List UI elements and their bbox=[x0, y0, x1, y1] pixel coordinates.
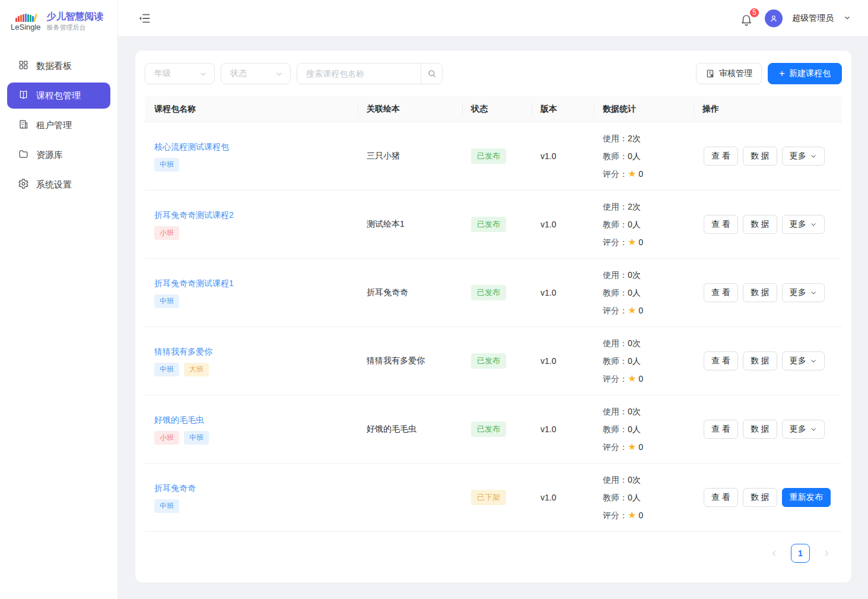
more-button[interactable]: 更多 bbox=[782, 283, 825, 302]
chevron-down-icon bbox=[810, 221, 817, 228]
course-package-card: 年级 状态 审核管理 + 新建课程包 bbox=[135, 50, 851, 582]
course-name-link[interactable]: 折耳兔奇奇测试课程1 bbox=[154, 278, 234, 289]
chevron-down-icon[interactable] bbox=[843, 12, 851, 24]
view-button[interactable]: 查 看 bbox=[704, 488, 738, 507]
stats: 使用：0次 教师：0人 评分：★0 bbox=[594, 266, 694, 319]
usage-value: 2次 bbox=[628, 134, 641, 143]
building-icon bbox=[18, 119, 29, 132]
data-button[interactable]: 数 据 bbox=[743, 488, 777, 507]
grade-tag: 中班 bbox=[154, 158, 179, 172]
pagination: 1 bbox=[145, 532, 842, 563]
course-name-link[interactable]: 好饿的毛毛虫 bbox=[154, 415, 204, 426]
sidebar-item-dashboard[interactable]: 数据看板 bbox=[7, 53, 110, 79]
more-button[interactable]: 更多 bbox=[782, 420, 825, 439]
search-box bbox=[297, 63, 443, 84]
version: v1.0 bbox=[532, 220, 594, 229]
topbar: 5 超级管理员 bbox=[118, 0, 868, 37]
data-button[interactable]: 数 据 bbox=[743, 351, 777, 370]
open-book-icon bbox=[18, 89, 29, 102]
republish-button[interactable]: 重新发布 bbox=[782, 488, 831, 507]
data-button[interactable]: 数 据 bbox=[743, 215, 777, 234]
avatar[interactable] bbox=[765, 9, 783, 27]
course-name-link[interactable]: 折耳兔奇奇测试课程2 bbox=[154, 210, 234, 221]
sidebar: LeSingle 少儿智慧阅读 服务管理后台 数据看板 课程包管理 租户管理 资… bbox=[0, 0, 118, 599]
notification-bell-icon[interactable]: 5 bbox=[740, 11, 755, 26]
rating-value: 0 bbox=[638, 374, 643, 384]
prev-page-icon[interactable] bbox=[766, 545, 783, 562]
status-badge: 已发布 bbox=[471, 148, 506, 164]
page-number-1[interactable]: 1 bbox=[791, 544, 810, 563]
review-manage-button[interactable]: 审核管理 bbox=[696, 63, 762, 84]
status-badge: 已发布 bbox=[471, 217, 506, 232]
course-name-link[interactable]: 核心流程测试课程包 bbox=[154, 142, 229, 153]
version: v1.0 bbox=[532, 151, 594, 161]
version: v1.0 bbox=[532, 424, 594, 434]
version: v1.0 bbox=[532, 493, 594, 502]
course-name-link[interactable]: 猜猜我有多爱你 bbox=[154, 347, 212, 357]
next-page-icon[interactable] bbox=[818, 545, 835, 562]
chevron-down-icon bbox=[199, 70, 207, 78]
star-icon: ★ bbox=[628, 373, 636, 384]
search-button[interactable] bbox=[421, 64, 442, 84]
stats: 使用：2次 教师：0人 评分：★0 bbox=[594, 129, 694, 183]
more-button[interactable]: 更多 bbox=[782, 147, 825, 166]
user-name[interactable]: 超级管理员 bbox=[792, 13, 834, 24]
view-button[interactable]: 查 看 bbox=[704, 420, 738, 439]
sidebar-item-tenants[interactable]: 租户管理 bbox=[7, 112, 110, 138]
rating-value: 0 bbox=[638, 306, 643, 315]
sidebar-item-settings[interactable]: 系统设置 bbox=[7, 172, 110, 198]
grade-select[interactable]: 年级 bbox=[145, 63, 215, 84]
search-input[interactable] bbox=[297, 64, 421, 84]
row-actions: 查 看 数 据 更多 bbox=[694, 283, 842, 302]
stats: 使用：2次 教师：0人 评分：★0 bbox=[594, 198, 694, 251]
chevron-down-icon bbox=[810, 289, 817, 296]
usage-value: 0次 bbox=[628, 338, 641, 348]
folder-icon bbox=[18, 148, 29, 161]
rating-value: 0 bbox=[638, 169, 643, 179]
table-row: 折耳兔奇奇测试课程1 中班 折耳兔奇奇 已发布 v1.0 使用：0次 教师：0人… bbox=[145, 259, 842, 327]
view-button[interactable]: 查 看 bbox=[704, 215, 738, 234]
create-package-button[interactable]: + 新建课程包 bbox=[768, 63, 842, 84]
usage-value: 0次 bbox=[628, 475, 641, 484]
star-icon: ★ bbox=[628, 169, 636, 179]
status-select-placeholder: 状态 bbox=[230, 68, 247, 79]
status-badge: 已发布 bbox=[471, 353, 506, 369]
main-content: 年级 状态 审核管理 + 新建课程包 bbox=[118, 37, 868, 599]
col-header-stats: 数据统计 bbox=[594, 96, 694, 122]
usage-value: 2次 bbox=[628, 202, 641, 211]
table-row: 折耳兔奇奇 中班 已下架 v1.0 使用：0次 教师：0人 评分：★0 查 看 … bbox=[145, 464, 842, 532]
sidebar-item-course-packages[interactable]: 课程包管理 bbox=[7, 83, 110, 109]
book-name: 折耳兔奇奇 bbox=[358, 287, 463, 298]
notification-badge: 5 bbox=[749, 7, 760, 18]
view-button[interactable]: 查 看 bbox=[704, 351, 738, 370]
version: v1.0 bbox=[532, 288, 594, 297]
star-icon: ★ bbox=[628, 237, 636, 247]
row-actions: 查 看 数 据 重新发布 bbox=[694, 488, 842, 507]
status-select[interactable]: 状态 bbox=[221, 63, 291, 84]
menu-fold-icon[interactable] bbox=[138, 12, 151, 25]
course-name-link[interactable]: 折耳兔奇奇 bbox=[154, 483, 196, 494]
stats: 使用：0次 教师：0人 评分：★0 bbox=[594, 334, 694, 388]
filter-bar: 年级 状态 审核管理 + 新建课程包 bbox=[145, 63, 842, 84]
sidebar-item-resources[interactable]: 资源库 bbox=[7, 142, 110, 168]
more-button[interactable]: 更多 bbox=[782, 215, 825, 234]
view-button[interactable]: 查 看 bbox=[704, 283, 738, 302]
data-button[interactable]: 数 据 bbox=[743, 420, 777, 439]
grade-tag: 小班 bbox=[154, 431, 179, 445]
data-button[interactable]: 数 据 bbox=[743, 147, 777, 166]
book-name: 测试绘本1 bbox=[358, 219, 463, 230]
view-button[interactable]: 查 看 bbox=[704, 147, 738, 166]
data-button[interactable]: 数 据 bbox=[743, 283, 777, 302]
sidebar-item-label: 资源库 bbox=[36, 150, 63, 161]
more-button[interactable]: 更多 bbox=[782, 351, 825, 370]
teacher-value: 0人 bbox=[628, 151, 641, 161]
book-name: 三只小猪 bbox=[358, 151, 463, 161]
grade-tag: 中班 bbox=[154, 499, 179, 513]
sidebar-item-label: 系统设置 bbox=[36, 179, 72, 191]
col-header-book: 关联绘本 bbox=[358, 96, 463, 122]
table-row: 好饿的毛毛虫 小班 中班 好饿的毛毛虫 已发布 v1.0 使用：0次 教师：0人… bbox=[145, 395, 842, 464]
rating-value: 0 bbox=[638, 237, 643, 247]
book-name: 猜猜我有多爱你 bbox=[358, 356, 463, 366]
row-actions: 查 看 数 据 更多 bbox=[694, 420, 842, 439]
plus-icon: + bbox=[779, 68, 785, 78]
